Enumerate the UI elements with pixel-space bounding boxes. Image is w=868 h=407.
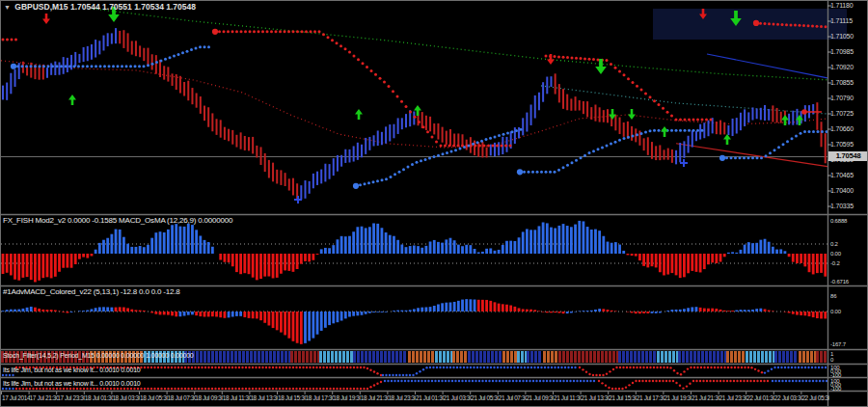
chart-canvas[interactable] [1, 1, 868, 407]
mt4-chart-window: ▼ GBPUSD,M15 1.70544 1.70551 1.70534 1.7… [0, 0, 868, 407]
